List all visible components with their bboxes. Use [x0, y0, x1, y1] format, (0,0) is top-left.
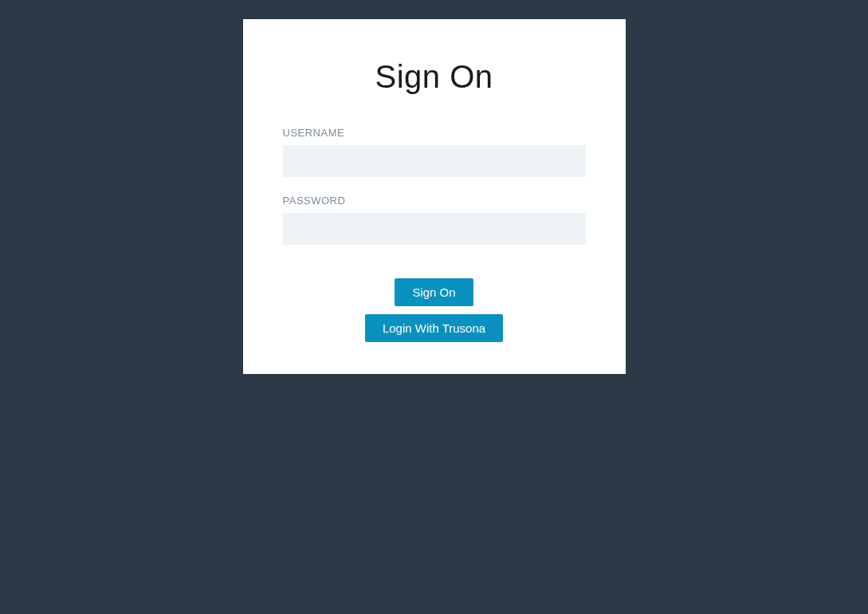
login-trusona-button[interactable]: Login With Trusona: [365, 314, 503, 342]
password-group: PASSWORD: [283, 195, 586, 245]
password-label: PASSWORD: [283, 195, 586, 207]
sign-on-button[interactable]: Sign On: [395, 278, 473, 306]
username-label: USERNAME: [283, 127, 586, 139]
username-group: USERNAME: [283, 127, 586, 177]
username-input[interactable]: [283, 145, 586, 177]
password-input[interactable]: [283, 213, 586, 245]
login-card: Sign On USERNAME PASSWORD Sign On Login …: [243, 19, 626, 374]
page-title: Sign On: [375, 59, 493, 95]
button-group: Sign On Login With Trusona: [365, 278, 503, 342]
